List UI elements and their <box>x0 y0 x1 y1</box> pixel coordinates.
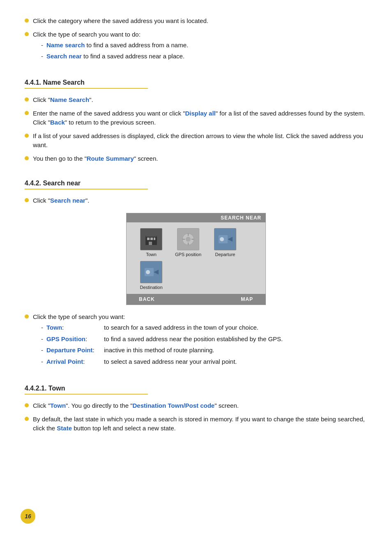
bullet-441-4-text: You then go to the "Route Summary" scree… <box>33 154 158 164</box>
sub-label-arrival: Arrival Point: <box>46 357 104 367</box>
search-near-image: SEARCH NEAR Town <box>126 213 266 305</box>
dash: - <box>41 41 43 50</box>
sub-desc-arrival: to select a saved address near your arri… <box>104 357 237 367</box>
bullet-dot <box>25 32 29 36</box>
town-link: Town <box>50 402 66 409</box>
bullet-dot <box>25 156 29 160</box>
bullet-dot <box>25 198 29 202</box>
section-4421-bullets: Click "Town". You go directly to the "De… <box>25 401 367 433</box>
search-near-link: Search near <box>50 197 85 204</box>
destination-label: Destination <box>140 285 162 290</box>
town-highlight: Town <box>46 324 62 331</box>
back-button[interactable]: BACK <box>127 294 167 305</box>
sub-text: Name search to find a saved address from… <box>46 41 188 50</box>
intro-bullet-list: Click the category where the saved addre… <box>25 16 367 62</box>
svg-marker-16 <box>154 270 159 275</box>
search-near-body: Town GPS position <box>127 222 265 294</box>
name-search-link: Name Search <box>50 96 89 103</box>
svg-point-17 <box>146 270 150 274</box>
dash: - <box>41 52 43 61</box>
svg-point-14 <box>220 237 224 241</box>
bullet-442-1: Click "Search near". <box>25 196 367 206</box>
intro-bullet-1: Click the category where the saved addre… <box>25 16 367 26</box>
bullet-441-4: You then go to the "Route Summary" scree… <box>25 154 367 164</box>
bullet-4421-1: Click "Town". You go directly to the "De… <box>25 401 367 411</box>
sub-item-name-search: - Name search to find a saved address fr… <box>41 41 188 50</box>
departure-svg <box>218 232 233 247</box>
svg-rect-2 <box>150 238 153 240</box>
snear-town: Town <box>135 228 168 257</box>
departure-highlight: Departure Point <box>46 347 93 353</box>
svg-rect-4 <box>149 242 152 245</box>
destination-svg <box>144 265 159 280</box>
search-type-text: Click the type of search you want: - Tow… <box>33 312 283 369</box>
map-button[interactable]: MAP <box>228 294 265 305</box>
dash: - <box>41 335 43 344</box>
sub-label-town: Town: <box>46 323 104 333</box>
snear-gps: GPS position <box>172 228 205 257</box>
back-link: Back <box>50 119 65 126</box>
sub-text: Search near to find a saved address near… <box>46 52 184 61</box>
display-all-link: Display all <box>185 110 216 117</box>
section-441: 4.4.1. Name Search Click "Name Search". … <box>25 67 367 163</box>
section-442-bullets: Click "Search near". <box>25 196 367 206</box>
route-summary-link: Route Summary <box>87 155 134 162</box>
bullet-dot <box>25 111 29 115</box>
bullet-dot <box>25 403 29 407</box>
section-442-heading: 4.4.2. Search near <box>25 180 148 189</box>
svg-marker-5 <box>145 233 157 237</box>
town-svg <box>144 232 159 247</box>
page-number: 16 <box>21 509 35 524</box>
bullet-441-3-text: If a list of your saved addresses is dis… <box>33 132 367 150</box>
section-442: 4.4.2. Search near Click "Search near". … <box>25 167 367 368</box>
dash: - <box>41 357 43 367</box>
dest-town-postcode-link: Destination Town/Post code <box>132 402 214 409</box>
sub-label-gps: GPS Position: <box>46 335 104 344</box>
bullet-441-1-text: Click "Name Search". <box>33 95 93 105</box>
town-label: Town <box>146 252 157 257</box>
sub-town: - Town: to search for a saved address in… <box>41 323 283 333</box>
gps-icon <box>177 228 199 250</box>
sub-label-departure: Departure Point: <box>46 346 104 355</box>
search-near-highlight: Search near <box>46 53 82 60</box>
intro-bullet-2: Click the type of search you want to do:… <box>25 30 367 63</box>
sub-gps: - GPS Position: to find a saved address … <box>41 335 283 344</box>
bullet-4421-2-text: By default, the last state in which you … <box>33 415 367 433</box>
bullet-dot <box>25 97 29 102</box>
sub-desc-departure: inactive in this method of route plannin… <box>104 346 214 355</box>
section-441-heading: 4.4.1. Name Search <box>25 79 148 89</box>
bullet-dot <box>25 314 29 319</box>
departure-icon <box>214 228 236 250</box>
sub-departure: - Departure Point: inactive in this meth… <box>41 346 283 355</box>
gps-label: GPS position <box>175 252 201 257</box>
sub-arrival: - Arrival Point: to select a saved addre… <box>41 357 283 367</box>
intro-text-1: Click the category where the saved addre… <box>33 16 208 26</box>
departure-label: Departure <box>215 252 235 257</box>
sub-desc-town: to search for a saved address in the tow… <box>104 323 258 333</box>
bullet-441-3: If a list of your saved addresses is dis… <box>25 132 367 150</box>
intro-text-2: Click the type of search you want to do:… <box>33 30 188 63</box>
bullet-dot <box>25 134 29 138</box>
destination-icon <box>140 261 162 283</box>
gps-highlight: GPS Position <box>46 335 85 342</box>
snear-destination: Destination <box>135 261 168 290</box>
intro-sub-list: - Name search to find a saved address fr… <box>41 41 188 61</box>
bullet-dot <box>25 18 29 23</box>
search-near-header: SEARCH NEAR <box>127 213 265 222</box>
bullet-4421-2: By default, the last state in which you … <box>25 415 367 433</box>
bullet-dot <box>25 417 29 421</box>
name-search-highlight: Name search <box>46 42 85 49</box>
state-link: State <box>57 425 72 432</box>
gps-svg <box>181 232 196 247</box>
bullet-441-2: Enter the name of the saved address you … <box>25 109 367 127</box>
search-type-intro: Click the type of search you want: - Tow… <box>25 312 367 369</box>
bullet-441-2-text: Enter the name of the saved address you … <box>33 109 367 127</box>
arrival-highlight: Arrival Point <box>46 358 83 365</box>
bullet-442-1-text: Click "Search near". <box>33 196 89 206</box>
section-4421: 4.4.2.1. Town Click "Town". You go direc… <box>25 372 367 433</box>
search-near-footer: BACK MAP <box>127 294 265 305</box>
section-4421-heading: 4.4.2.1. Town <box>25 385 148 395</box>
snear-departure: Departure <box>209 228 242 257</box>
search-type-bullets: Click the type of search you want: - Tow… <box>25 312 367 369</box>
bullet-4421-1-text: Click "Town". You go directly to the "De… <box>33 401 239 411</box>
